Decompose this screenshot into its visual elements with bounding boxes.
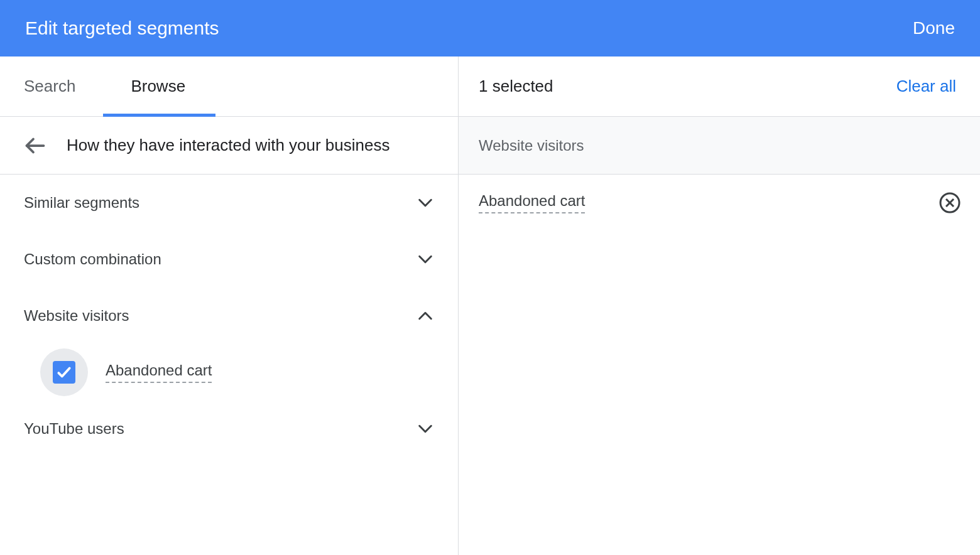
checkbox-abandoned-cart[interactable] xyxy=(40,348,88,396)
selected-group-header: Website visitors xyxy=(459,117,980,175)
right-panel: 1 selected Clear all Website visitors Ab… xyxy=(459,57,980,555)
checkbox-checked xyxy=(53,361,75,384)
selected-header: 1 selected Clear all xyxy=(459,57,980,117)
dialog-title: Edit targeted segments xyxy=(25,18,219,39)
category-label: YouTube users xyxy=(24,420,124,438)
selected-count: 1 selected xyxy=(479,77,553,96)
tabs: Search Browse xyxy=(0,57,458,117)
selected-item: Abandoned cart xyxy=(459,175,980,231)
category-label: Custom combination xyxy=(24,251,161,268)
chevron-down-icon xyxy=(416,194,434,212)
back-arrow-icon[interactable] xyxy=(24,134,46,157)
left-panel: Search Browse How they have interacted w… xyxy=(0,57,459,555)
clear-all-button[interactable]: Clear all xyxy=(896,77,956,96)
chevron-up-icon xyxy=(416,307,434,325)
done-button[interactable]: Done xyxy=(913,18,955,38)
breadcrumb: How they have interacted with your busin… xyxy=(0,117,458,175)
category-label: Similar segments xyxy=(24,194,139,212)
tab-search[interactable]: Search xyxy=(24,57,75,116)
category-youtube-users[interactable]: YouTube users xyxy=(24,401,434,457)
category-similar-segments[interactable]: Similar segments xyxy=(24,175,434,231)
dialog-content: Search Browse How they have interacted w… xyxy=(0,57,980,555)
selected-item-label: Abandoned cart xyxy=(479,192,585,213)
category-custom-combination[interactable]: Custom combination xyxy=(24,231,434,288)
category-label: Website visitors xyxy=(24,307,129,325)
checkmark-icon xyxy=(56,364,72,380)
category-list: Similar segments Custom combination Webs… xyxy=(0,175,458,457)
breadcrumb-label: How they have interacted with your busin… xyxy=(67,136,390,155)
close-icon[interactable] xyxy=(939,191,961,214)
dialog-header: Edit targeted segments Done xyxy=(0,0,980,57)
category-website-visitors[interactable]: Website visitors xyxy=(24,288,434,344)
tab-browse[interactable]: Browse xyxy=(131,57,185,116)
list-item: Abandoned cart xyxy=(24,344,434,401)
chevron-down-icon xyxy=(416,251,434,268)
chevron-down-icon xyxy=(416,420,434,438)
list-item-label: Abandoned cart xyxy=(106,362,212,383)
